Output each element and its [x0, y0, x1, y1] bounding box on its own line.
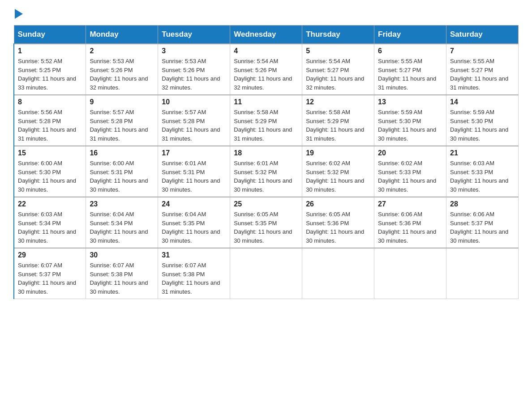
calendar-day-cell: 14 Sunrise: 5:59 AMSunset: 5:30 PMDaylig…: [446, 95, 519, 146]
day-number: 8: [18, 98, 82, 106]
day-number: 20: [378, 149, 442, 157]
day-info: Sunrise: 5:57 AMSunset: 5:28 PMDaylight:…: [162, 109, 220, 142]
calendar-day-header: Wednesday: [230, 26, 302, 44]
calendar-day-cell: 17 Sunrise: 6:01 AMSunset: 5:31 PMDaylig…: [158, 146, 230, 197]
day-number: 17: [162, 149, 226, 157]
day-number: 5: [306, 47, 370, 55]
calendar-day-cell: 4 Sunrise: 5:54 AMSunset: 5:26 PMDayligh…: [230, 44, 302, 95]
day-number: 29: [18, 251, 82, 259]
day-info: Sunrise: 5:59 AMSunset: 5:30 PMDaylight:…: [378, 109, 436, 142]
calendar-day-cell: 3 Sunrise: 5:53 AMSunset: 5:26 PMDayligh…: [158, 44, 230, 95]
calendar-day-header: Tuesday: [158, 26, 230, 44]
day-info: Sunrise: 6:07 AMSunset: 5:37 PMDaylight:…: [18, 262, 76, 295]
day-number: 22: [18, 200, 82, 208]
calendar-day-cell: 29 Sunrise: 6:07 AMSunset: 5:37 PMDaylig…: [14, 248, 86, 299]
day-info: Sunrise: 6:01 AMSunset: 5:32 PMDaylight:…: [234, 160, 292, 193]
calendar-day-cell: [302, 248, 374, 299]
day-info: Sunrise: 6:05 AMSunset: 5:36 PMDaylight:…: [306, 211, 364, 244]
day-info: Sunrise: 5:53 AMSunset: 5:26 PMDaylight:…: [90, 58, 148, 91]
calendar-day-cell: [374, 248, 446, 299]
calendar-day-cell: 1 Sunrise: 5:52 AMSunset: 5:25 PMDayligh…: [14, 44, 86, 95]
day-info: Sunrise: 6:00 AMSunset: 5:31 PMDaylight:…: [90, 160, 148, 193]
day-number: 12: [306, 98, 370, 106]
calendar-day-header: Sunday: [14, 26, 86, 44]
calendar-day-cell: 18 Sunrise: 6:01 AMSunset: 5:32 PMDaylig…: [230, 146, 302, 197]
day-info: Sunrise: 6:03 AMSunset: 5:33 PMDaylight:…: [450, 160, 508, 193]
day-info: Sunrise: 5:54 AMSunset: 5:26 PMDaylight:…: [234, 58, 292, 91]
calendar-week-row: 8 Sunrise: 5:56 AMSunset: 5:28 PMDayligh…: [14, 95, 519, 146]
calendar-day-cell: 22 Sunrise: 6:03 AMSunset: 5:34 PMDaylig…: [14, 197, 86, 248]
day-info: Sunrise: 6:07 AMSunset: 5:38 PMDaylight:…: [90, 262, 148, 295]
day-number: 23: [90, 200, 154, 208]
day-info: Sunrise: 6:03 AMSunset: 5:34 PMDaylight:…: [18, 211, 76, 244]
day-info: Sunrise: 5:52 AMSunset: 5:25 PMDaylight:…: [18, 58, 76, 91]
day-info: Sunrise: 5:58 AMSunset: 5:29 PMDaylight:…: [306, 109, 364, 142]
day-info: Sunrise: 6:05 AMSunset: 5:35 PMDaylight:…: [234, 211, 292, 244]
calendar-day-header: Monday: [86, 26, 158, 44]
day-number: 11: [234, 98, 298, 106]
calendar-day-header: Thursday: [302, 26, 374, 44]
day-info: Sunrise: 5:54 AMSunset: 5:27 PMDaylight:…: [306, 58, 364, 91]
day-number: 24: [162, 200, 226, 208]
day-info: Sunrise: 6:01 AMSunset: 5:31 PMDaylight:…: [162, 160, 220, 193]
day-info: Sunrise: 6:02 AMSunset: 5:32 PMDaylight:…: [306, 160, 364, 193]
day-info: Sunrise: 5:55 AMSunset: 5:27 PMDaylight:…: [450, 58, 508, 91]
day-number: 25: [234, 200, 298, 208]
day-info: Sunrise: 5:59 AMSunset: 5:30 PMDaylight:…: [450, 109, 508, 142]
day-number: 2: [90, 47, 154, 55]
calendar-week-row: 22 Sunrise: 6:03 AMSunset: 5:34 PMDaylig…: [14, 197, 519, 248]
calendar-day-cell: 21 Sunrise: 6:03 AMSunset: 5:33 PMDaylig…: [446, 146, 519, 197]
calendar-day-cell: 25 Sunrise: 6:05 AMSunset: 5:35 PMDaylig…: [230, 197, 302, 248]
day-info: Sunrise: 6:07 AMSunset: 5:38 PMDaylight:…: [162, 262, 220, 295]
day-number: 30: [90, 251, 154, 259]
day-info: Sunrise: 5:56 AMSunset: 5:28 PMDaylight:…: [18, 109, 76, 142]
day-number: 13: [378, 98, 442, 106]
calendar-day-cell: 27 Sunrise: 6:06 AMSunset: 5:36 PMDaylig…: [374, 197, 446, 248]
calendar-header-row: SundayMondayTuesdayWednesdayThursdayFrid…: [14, 26, 519, 44]
day-number: 21: [450, 149, 515, 157]
calendar-day-cell: 24 Sunrise: 6:04 AMSunset: 5:35 PMDaylig…: [158, 197, 230, 248]
calendar-table: SundayMondayTuesdayWednesdayThursdayFrid…: [13, 25, 519, 299]
day-number: 6: [378, 47, 442, 55]
day-number: 10: [162, 98, 226, 106]
day-number: 27: [378, 200, 442, 208]
day-number: 14: [450, 98, 515, 106]
calendar-day-cell: 6 Sunrise: 5:55 AMSunset: 5:27 PMDayligh…: [374, 44, 446, 95]
day-info: Sunrise: 5:57 AMSunset: 5:28 PMDaylight:…: [90, 109, 148, 142]
calendar-day-cell: 15 Sunrise: 6:00 AMSunset: 5:30 PMDaylig…: [14, 146, 86, 197]
calendar-day-cell: 7 Sunrise: 5:55 AMSunset: 5:27 PMDayligh…: [446, 44, 519, 95]
logo-triangle-icon: [15, 9, 23, 19]
day-number: 7: [450, 47, 515, 55]
day-number: 19: [306, 149, 370, 157]
day-info: Sunrise: 6:06 AMSunset: 5:36 PMDaylight:…: [378, 211, 436, 244]
day-number: 26: [306, 200, 370, 208]
calendar-day-cell: 26 Sunrise: 6:05 AMSunset: 5:36 PMDaylig…: [302, 197, 374, 248]
day-number: 31: [162, 251, 226, 259]
calendar-day-cell: [230, 248, 302, 299]
day-info: Sunrise: 6:04 AMSunset: 5:34 PMDaylight:…: [90, 211, 148, 244]
day-number: 1: [18, 47, 82, 55]
calendar-day-cell: 19 Sunrise: 6:02 AMSunset: 5:32 PMDaylig…: [302, 146, 374, 197]
day-info: Sunrise: 5:53 AMSunset: 5:26 PMDaylight:…: [162, 58, 220, 91]
calendar-day-cell: 5 Sunrise: 5:54 AMSunset: 5:27 PMDayligh…: [302, 44, 374, 95]
calendar-day-cell: [446, 248, 519, 299]
day-number: 4: [234, 47, 298, 55]
calendar-day-cell: 2 Sunrise: 5:53 AMSunset: 5:26 PMDayligh…: [86, 44, 158, 95]
day-info: Sunrise: 6:04 AMSunset: 5:35 PMDaylight:…: [162, 211, 220, 244]
logo: [13, 9, 23, 19]
calendar-week-row: 15 Sunrise: 6:00 AMSunset: 5:30 PMDaylig…: [14, 146, 519, 197]
day-info: Sunrise: 5:58 AMSunset: 5:29 PMDaylight:…: [234, 109, 292, 142]
calendar-day-cell: 8 Sunrise: 5:56 AMSunset: 5:28 PMDayligh…: [14, 95, 86, 146]
calendar-day-cell: 11 Sunrise: 5:58 AMSunset: 5:29 PMDaylig…: [230, 95, 302, 146]
day-info: Sunrise: 6:02 AMSunset: 5:33 PMDaylight:…: [378, 160, 436, 193]
calendar-day-cell: 9 Sunrise: 5:57 AMSunset: 5:28 PMDayligh…: [86, 95, 158, 146]
calendar-day-cell: 23 Sunrise: 6:04 AMSunset: 5:34 PMDaylig…: [86, 197, 158, 248]
calendar-day-cell: 13 Sunrise: 5:59 AMSunset: 5:30 PMDaylig…: [374, 95, 446, 146]
day-number: 3: [162, 47, 226, 55]
day-number: 15: [18, 149, 82, 157]
day-number: 16: [90, 149, 154, 157]
page-header: [13, 9, 519, 19]
calendar-day-cell: 28 Sunrise: 6:06 AMSunset: 5:37 PMDaylig…: [446, 197, 519, 248]
day-number: 18: [234, 149, 298, 157]
day-number: 9: [90, 98, 154, 106]
